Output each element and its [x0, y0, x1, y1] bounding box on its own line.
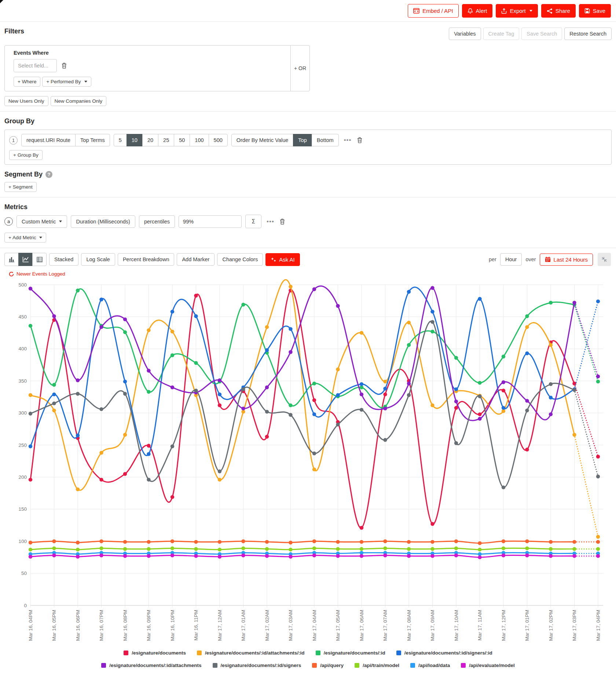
change-colors-button[interactable]: Change Colors	[217, 253, 263, 266]
data-point	[430, 320, 434, 324]
legend-item[interactable]: /esignature/documents/:id/signers	[213, 663, 301, 668]
trash-icon[interactable]	[61, 62, 67, 69]
order-top-button[interactable]: Top	[293, 134, 312, 146]
legend-item[interactable]: /api/load/data	[410, 663, 450, 668]
term-count-25-button[interactable]: 25	[158, 134, 174, 146]
order-by-metric-value-button[interactable]: Order By Metric Value	[231, 134, 294, 146]
data-point	[99, 546, 103, 550]
add-metric-button[interactable]: + Add Metric	[4, 233, 46, 243]
legend-item[interactable]: /esignature/documents	[124, 650, 186, 656]
bar-chart-icon[interactable]	[4, 253, 19, 266]
stacked-button[interactable]: Stacked	[49, 253, 78, 266]
top-terms-button[interactable]: Top Terms	[75, 134, 110, 146]
more-options-icon[interactable]: •••	[265, 218, 276, 225]
data-point	[360, 408, 363, 412]
ask-ai-button[interactable]: Ask AI	[265, 253, 300, 266]
data-point	[265, 547, 269, 551]
new-users-only-button[interactable]: New Users Only	[4, 96, 48, 106]
time-range-button[interactable]: Last 24 Hours	[540, 254, 593, 266]
data-point	[407, 321, 411, 324]
series-line	[30, 548, 575, 550]
order-bottom-button[interactable]: Bottom	[312, 134, 339, 146]
export-button[interactable]: Export	[496, 4, 538, 18]
data-point	[218, 540, 221, 544]
alert-button[interactable]: Alert	[462, 4, 493, 18]
aggregation-button[interactable]: percentiles	[139, 215, 175, 228]
help-icon[interactable]: ?	[45, 171, 52, 178]
data-point	[99, 407, 103, 411]
svg-text:Mar 17, 08AM: Mar 17, 08AM	[406, 610, 412, 641]
embed-api-label: Embed / API	[422, 8, 453, 14]
legend-item[interactable]: /esignature/documents/:id	[316, 650, 385, 656]
trash-icon[interactable]	[279, 218, 285, 225]
data-point	[525, 351, 529, 355]
table-icon[interactable]	[32, 253, 47, 266]
legend-item[interactable]: /api/evaluate/model	[461, 663, 515, 668]
legend-item[interactable]: /esignature/documents/:id/attachments/:i…	[197, 650, 305, 656]
data-point	[52, 393, 56, 396]
svg-text:350: 350	[18, 378, 27, 384]
legend-item[interactable]: /esignature/documents/:id/signers/:id	[396, 650, 492, 656]
legend-item[interactable]: /api/query	[312, 663, 344, 668]
legend-label: /api/evaluate/model	[469, 663, 515, 668]
percentile-input[interactable]: 99%	[179, 215, 242, 228]
data-point	[265, 325, 269, 329]
sparkle-icon	[271, 257, 276, 262]
series-line	[30, 286, 575, 421]
save-button[interactable]: Save	[579, 4, 611, 18]
add-or-button[interactable]: + OR	[290, 45, 309, 91]
sigma-button[interactable]: Σ	[245, 215, 261, 228]
data-point	[76, 555, 80, 558]
group-field-button[interactable]: request.URI Route	[21, 134, 76, 146]
term-count-20-button[interactable]: 20	[142, 134, 158, 146]
term-count-10-button[interactable]: 10	[126, 134, 143, 146]
timeseries-chart[interactable]: 050100150200250300350400450500Mar 16, 04…	[0, 277, 616, 648]
metric-field-button[interactable]: Duration (Milliseconds)	[71, 215, 135, 228]
data-point	[123, 472, 127, 476]
data-point	[454, 554, 458, 557]
data-point	[123, 380, 127, 383]
custom-metric-button[interactable]: Custom Metric	[16, 215, 67, 228]
data-point	[99, 478, 103, 481]
line-chart-icon[interactable]	[18, 253, 33, 266]
add-performed-by-button[interactable]: + Performed By	[42, 77, 91, 87]
legend-swatch	[124, 651, 128, 655]
data-point	[52, 539, 56, 543]
restore-search-button[interactable]: Restore Search	[564, 28, 612, 40]
add-segment-button[interactable]: + Segment	[4, 182, 37, 192]
share-button[interactable]: Share	[541, 4, 576, 18]
embed-api-button[interactable]: Embed / API	[408, 4, 458, 18]
legend-item[interactable]: /esignature/documents/:id/attachments	[101, 663, 201, 668]
export-icon	[501, 8, 507, 14]
svg-text:Mar 17, 02PM: Mar 17, 02PM	[548, 610, 554, 641]
add-where-button[interactable]: + Where	[14, 77, 40, 87]
term-count-50-button[interactable]: 50	[174, 134, 190, 146]
log-scale-button[interactable]: Log Scale	[81, 253, 115, 266]
variables-button[interactable]: Variables	[449, 28, 481, 40]
select-field-input[interactable]: Select field...	[14, 59, 57, 72]
data-point	[502, 539, 505, 543]
term-count-500-button[interactable]: 500	[209, 134, 228, 146]
legend-item[interactable]: /api/train/model	[355, 663, 399, 668]
new-companies-only-button[interactable]: New Companies Only	[51, 96, 107, 106]
svg-text:150: 150	[18, 506, 27, 512]
share-icon	[547, 8, 553, 14]
data-point	[170, 353, 174, 357]
data-point	[194, 361, 198, 365]
filter-box: Events Where Select field... + Where + P…	[4, 45, 310, 91]
more-options-icon[interactable]: •••	[342, 136, 353, 144]
series-line-incomplete	[575, 435, 598, 537]
term-count-100-button[interactable]: 100	[190, 134, 209, 146]
data-point	[289, 285, 292, 288]
collapse-chart-button[interactable]	[598, 253, 611, 266]
add-group-by-button[interactable]: + Group By	[9, 150, 43, 160]
newer-events-notice[interactable]: Newer Events Logged	[0, 267, 616, 277]
percent-breakdown-button[interactable]: Percent Breakdown	[118, 253, 175, 266]
term-count-5-button[interactable]: 5	[114, 134, 127, 146]
interval-button[interactable]: Hour	[500, 253, 522, 266]
add-marker-button[interactable]: Add Marker	[177, 253, 214, 266]
data-point	[265, 348, 269, 352]
data-point	[478, 541, 481, 545]
trash-icon[interactable]	[357, 137, 363, 143]
data-point	[478, 555, 481, 559]
